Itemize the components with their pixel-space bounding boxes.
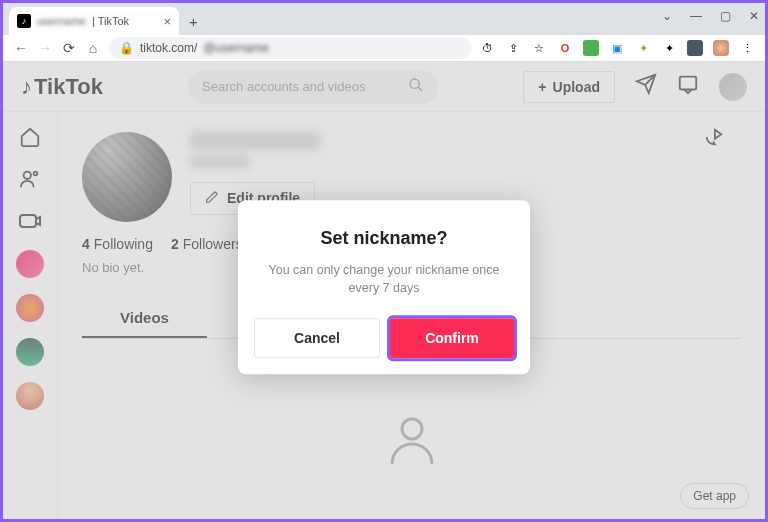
share-icon[interactable]: ⇪: [505, 40, 521, 56]
forward-button[interactable]: →: [37, 40, 53, 56]
close-tab-icon[interactable]: ×: [163, 14, 171, 29]
tiktok-app: ♪ TikTok Search accounts and videos + Up…: [3, 62, 765, 519]
extension-icon[interactable]: [583, 40, 599, 56]
browser-chrome: ♪ username | TikTok × + ⌄ — ▢ ✕ ← → ⟳ ⌂ …: [3, 3, 765, 62]
reading-list-icon[interactable]: ⏱: [479, 40, 495, 56]
lock-icon: 🔒: [119, 41, 134, 55]
modal-message: You can only change your nickname once e…: [254, 261, 514, 299]
close-window-button[interactable]: ✕: [749, 9, 759, 23]
confirm-button[interactable]: Confirm: [390, 318, 514, 358]
extension-icon[interactable]: [687, 40, 703, 56]
tab-title-blurred: username: [37, 15, 86, 27]
star-icon[interactable]: ☆: [531, 40, 547, 56]
browser-tab[interactable]: ♪ username | TikTok ×: [9, 7, 179, 35]
extension-icon[interactable]: ▣: [609, 40, 625, 56]
tab-title-suffix: | TikTok: [92, 15, 129, 27]
url-input[interactable]: 🔒 tiktok.com/@username: [109, 37, 471, 59]
extensions-area: ⏱ ⇪ ☆ O ▣ ✦ ✦ ⋮: [479, 40, 755, 56]
new-tab-button[interactable]: +: [189, 13, 198, 30]
tab-favicon-icon: ♪: [17, 14, 31, 28]
address-bar: ← → ⟳ ⌂ 🔒 tiktok.com/@username ⏱ ⇪ ☆ O ▣…: [3, 35, 765, 62]
window-controls: ⌄ — ▢ ✕: [662, 9, 759, 23]
minimize-button[interactable]: —: [690, 9, 702, 23]
back-button[interactable]: ←: [13, 40, 29, 56]
modal-title: Set nickname?: [254, 228, 514, 249]
extension-icon[interactable]: O: [557, 40, 573, 56]
tabs-dropdown-icon[interactable]: ⌄: [662, 9, 672, 23]
kebab-menu-icon[interactable]: ⋮: [739, 40, 755, 56]
cancel-button[interactable]: Cancel: [254, 318, 380, 358]
url-path-blurred: @username: [203, 41, 269, 55]
maximize-button[interactable]: ▢: [720, 9, 731, 23]
extensions-puzzle-icon[interactable]: ✦: [661, 40, 677, 56]
url-host: tiktok.com/: [140, 41, 197, 55]
reload-button[interactable]: ⟳: [61, 40, 77, 56]
modal-buttons: Cancel Confirm: [254, 318, 514, 358]
set-nickname-modal: Set nickname? You can only change your n…: [238, 200, 530, 375]
browser-titlebar: ♪ username | TikTok × + ⌄ — ▢ ✕: [3, 3, 765, 35]
profile-avatar-icon[interactable]: [713, 40, 729, 56]
home-button[interactable]: ⌂: [85, 40, 101, 56]
extension-icon[interactable]: ✦: [635, 40, 651, 56]
